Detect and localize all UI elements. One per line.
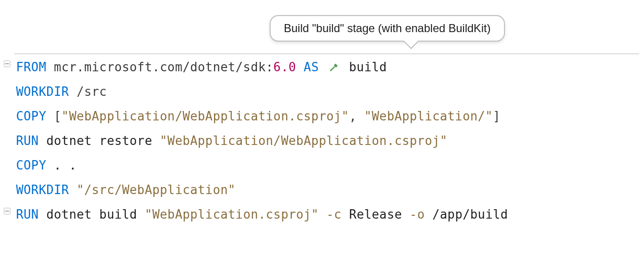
code-line-copy[interactable]: COPY . . — [16, 153, 644, 178]
fold-collapse-icon[interactable] — [4, 60, 10, 67]
code-editor[interactable]: FROM mcr.microsoft.com/dotnet/sdk:6.0 AS… — [0, 0, 644, 227]
code-line-workdir[interactable]: WORKDIR /src — [16, 79, 644, 104]
keyword-as: AS — [304, 60, 319, 74]
code-line-workdir[interactable]: WORKDIR "/src/WebApplication" — [16, 178, 644, 202]
keyword-from: FROM — [16, 60, 46, 74]
hammer-icon[interactable] — [326, 56, 341, 68]
image-ref: mcr.microsoft.com/dotnet/sdk — [54, 60, 266, 74]
run-stage-tooltip: Build "build" stage (with enabled BuildK… — [270, 15, 505, 42]
code-line-copy[interactable]: COPY ["WebApplication/WebApplication.csp… — [16, 104, 644, 128]
image-tag: 6.0 — [273, 60, 296, 74]
stage-name: build — [349, 60, 387, 74]
code-line-run[interactable]: RUN dotnet build "WebApplication.csproj"… — [16, 202, 644, 227]
stage-separator — [14, 53, 639, 54]
gutter — [0, 0, 14, 227]
code-block[interactable]: FROM mcr.microsoft.com/dotnet/sdk:6.0 AS… — [0, 55, 644, 227]
code-line-from[interactable]: FROM mcr.microsoft.com/dotnet/sdk:6.0 AS… — [16, 55, 644, 79]
fold-collapse-icon[interactable] — [4, 208, 10, 214]
tooltip-text: Build "build" stage (with enabled BuildK… — [284, 22, 491, 34]
code-line-run[interactable]: RUN dotnet restore "WebApplication/WebAp… — [16, 128, 644, 153]
